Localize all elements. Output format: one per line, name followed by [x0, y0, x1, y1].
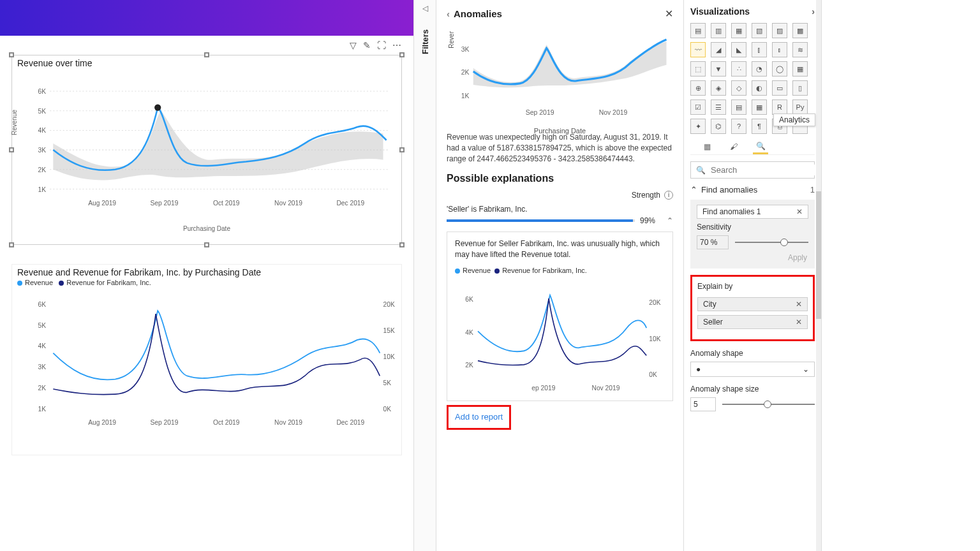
viz-donut-icon[interactable]: ◯	[772, 61, 787, 77]
viz-stacked-bar-icon[interactable]: ▤	[690, 23, 706, 38]
format-tab-icon[interactable]: 🖌	[726, 139, 741, 154]
viz-stacked-column-icon[interactable]: ▦	[731, 23, 746, 38]
find-anomalies-row[interactable]: ⌃ Find anomalies 1	[690, 185, 815, 195]
resize-handle[interactable]	[399, 52, 405, 57]
viz-line-stacked-icon[interactable]: ⫾	[772, 42, 787, 57]
viz-key-influencers-icon[interactable]: ✦	[690, 119, 706, 134]
resize-handle[interactable]	[399, 242, 405, 247]
viz-title: Visualizations	[690, 6, 750, 17]
strength-bar	[447, 219, 635, 222]
chevron-down-icon: ⌄	[803, 365, 809, 374]
viz-treemap-icon[interactable]: ▦	[792, 61, 808, 77]
expand-filters-icon[interactable]: ◁	[414, 0, 436, 17]
add-to-report-link[interactable]: Add to report	[455, 412, 503, 422]
viz-pie-icon[interactable]: ◔	[752, 61, 767, 77]
apply-button[interactable]: Apply	[788, 253, 807, 262]
remove-icon[interactable]: ✕	[796, 300, 802, 309]
viz-decomposition-icon[interactable]: ⌬	[711, 119, 726, 134]
remove-icon[interactable]: ✕	[796, 207, 803, 216]
viz-filled-map-icon[interactable]: ◈	[711, 80, 726, 96]
viz-area-icon[interactable]: ◢	[711, 42, 726, 57]
close-icon[interactable]: ✕	[665, 8, 673, 20]
visual-revenue-over-time[interactable]: ▽ ✎ ⛶ ⋯ Revenue over time Revenue	[11, 55, 402, 245]
line-chart: 1K 2K 3K 4K 5K 6K Aug 2019	[17, 71, 396, 223]
edit-icon[interactable]: ✎	[363, 40, 371, 50]
analytics-tab-icon[interactable]: 🔍	[753, 139, 768, 154]
svg-text:2K: 2K	[465, 362, 473, 369]
mini-y-label: Rever	[448, 31, 455, 48]
back-icon[interactable]: ‹	[447, 8, 450, 19]
sensitivity-input[interactable]: 70 %	[697, 235, 729, 249]
collapse-pane-icon[interactable]: ›	[812, 6, 815, 17]
svg-text:5K: 5K	[38, 108, 47, 115]
explanation-chart: 2K 4K 6K 0K 10K 20K ep 2019 Nov 2019	[455, 276, 665, 393]
anomaly-instance-chip[interactable]: Find anomalies 1✕	[697, 205, 808, 219]
viz-table-icon[interactable]: ▤	[731, 99, 746, 115]
strength-pct: 99%	[640, 216, 662, 225]
remove-icon[interactable]: ✕	[796, 318, 802, 327]
resize-handle[interactable]	[9, 242, 14, 247]
viz-stacked-area-icon[interactable]: ◣	[731, 42, 746, 57]
viz-100-column-icon[interactable]: ▩	[792, 23, 808, 38]
viz-map-icon[interactable]: ⊕	[690, 80, 706, 96]
viz-r-icon[interactable]: R	[772, 99, 787, 115]
anomaly-size-slider[interactable]	[722, 404, 815, 405]
visual-toolbar: ▽ ✎ ⛶ ⋯	[350, 40, 401, 50]
viz-matrix-icon[interactable]: ▦	[752, 99, 767, 115]
anomalies-mini-chart: 1K 2K 3K Sep 2019 Nov 2019	[447, 25, 673, 125]
explain-field-seller[interactable]: Seller✕	[697, 315, 808, 329]
explain-field-city[interactable]: City✕	[697, 297, 808, 311]
viz-waterfall-icon[interactable]: ⬚	[690, 61, 706, 77]
visual-revenue-fabrikam[interactable]: Revenue and Revenue for Fabrikam, Inc. b…	[11, 264, 402, 455]
viz-line-icon[interactable]: 〰	[690, 42, 706, 57]
viz-clustered-bar-icon[interactable]: ▥	[711, 23, 726, 38]
scrollbar[interactable]	[816, 0, 821, 551]
viz-qna-icon[interactable]: ?	[731, 119, 746, 134]
anomaly-shape-dropdown[interactable]: ●⌄	[690, 362, 815, 377]
viz-clustered-column-icon[interactable]: ▧	[752, 23, 767, 38]
resize-handle[interactable]	[204, 52, 209, 57]
svg-text:Dec 2019: Dec 2019	[336, 200, 364, 207]
sensitivity-slider[interactable]	[735, 242, 808, 243]
svg-text:1K: 1K	[461, 92, 470, 99]
anomaly-marker[interactable]	[154, 104, 161, 110]
viz-narrative-icon[interactable]: ¶	[752, 119, 767, 134]
viz-ribbon-icon[interactable]: ≋	[792, 42, 808, 57]
viz-multi-card-icon[interactable]: ▯	[792, 80, 808, 96]
svg-text:20K: 20K	[649, 299, 660, 306]
svg-text:2K: 2K	[461, 69, 470, 76]
viz-kpi-icon[interactable]: ☑	[690, 99, 706, 115]
search-box[interactable]: 🔍	[690, 161, 815, 179]
svg-text:Sep 2019: Sep 2019	[151, 200, 179, 207]
resize-handle[interactable]	[9, 52, 14, 57]
viz-100-bar-icon[interactable]: ▨	[772, 23, 787, 38]
viz-card-icon[interactable]: ▭	[772, 80, 787, 96]
anomaly-size-input[interactable]: 5	[690, 397, 716, 411]
fields-tab-icon[interactable]: ▦	[699, 139, 715, 154]
filter-icon[interactable]: ▽	[350, 40, 357, 50]
filters-pane-collapsed[interactable]: ◁ Filters	[413, 0, 436, 551]
card-legend-2: Revenue for Fabrikam, Inc.	[502, 267, 587, 274]
chevron-down-icon: ⌃	[690, 185, 697, 195]
info-icon[interactable]: i	[664, 191, 673, 200]
strength-label: Strength	[632, 191, 660, 200]
viz-line-column-icon[interactable]: ⫿	[752, 42, 767, 57]
viz-gauge-icon[interactable]: ◐	[752, 80, 767, 96]
more-icon[interactable]: ⋯	[392, 40, 401, 50]
resize-handle[interactable]	[204, 242, 209, 247]
analytics-tooltip: Analytics	[773, 114, 815, 126]
svg-text:Nov 2019: Nov 2019	[599, 109, 628, 116]
search-input[interactable]	[709, 165, 819, 175]
collapse-icon[interactable]: ⌃	[667, 216, 673, 225]
svg-text:20K: 20K	[383, 301, 395, 308]
focus-icon[interactable]: ⛶	[377, 40, 386, 50]
viz-scatter-icon[interactable]: ∴	[731, 61, 746, 77]
svg-text:Nov 2019: Nov 2019	[274, 200, 302, 207]
viz-shape-map-icon[interactable]: ◇	[731, 80, 746, 96]
svg-text:Sep 2019: Sep 2019	[151, 419, 179, 426]
search-icon: 🔍	[696, 166, 706, 175]
viz-slicer-icon[interactable]: ☰	[711, 99, 726, 115]
viz-funnel-icon[interactable]: ▼	[711, 61, 726, 77]
viz-python-icon[interactable]: Py	[792, 99, 808, 115]
svg-text:1K: 1K	[38, 186, 47, 193]
